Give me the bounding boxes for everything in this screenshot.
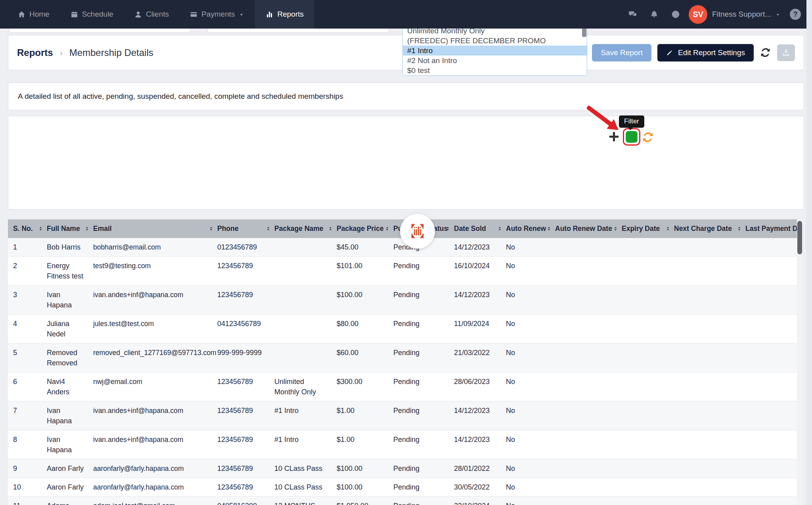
cell-phone: 123456789 (217, 430, 274, 459)
sort-icon[interactable] (736, 225, 742, 232)
column-header-label: Last Payment Date (745, 225, 797, 232)
column-header-date_sold[interactable]: Date Sold (454, 219, 506, 238)
avatar[interactable]: SV (689, 5, 707, 24)
cell-auto_renew: No (506, 430, 555, 459)
sort-icon[interactable] (497, 225, 503, 232)
sort-icon[interactable] (546, 225, 552, 232)
cell-date_sold: 21/03/2022 (454, 344, 506, 372)
column-header-next_charge_date[interactable]: Next Charge Date (674, 219, 745, 238)
column-header-auto_renew_date[interactable]: Auto Renew Date (555, 219, 622, 238)
table-row: 3Ivan Hapanaivan.andes+inf@hapana.com123… (8, 286, 797, 315)
nav-item-label: Payments (201, 10, 235, 19)
help-button[interactable]: ? (790, 9, 801, 20)
cell-name: Removed Removed (47, 344, 93, 372)
refresh-icon (642, 131, 655, 144)
table-scrollbar-thumb[interactable] (797, 221, 802, 254)
listbox-option[interactable]: #2 Not an Intro (403, 56, 587, 65)
nav-item-reports[interactable]: Reports (255, 0, 314, 29)
cell-sno: 7 (8, 401, 47, 430)
user-menu[interactable]: Fitness Support... (712, 10, 781, 19)
column-header-label: Package Price (337, 225, 384, 232)
nav-item-home[interactable]: Home (7, 0, 60, 29)
reset-filter-button[interactable] (642, 131, 655, 144)
sort-icon[interactable] (445, 225, 451, 232)
add-filter-button[interactable] (607, 130, 621, 144)
cell-price: $1.00 (337, 430, 393, 459)
table-row: 6Navi4 Andersnwj@email.com123456789Unlim… (8, 373, 797, 401)
cell-price: $60.00 (337, 344, 393, 372)
nav-item-schedule[interactable]: Schedule (60, 0, 124, 29)
cell-next_charge_date (674, 478, 745, 496)
refresh-report-button[interactable] (760, 47, 771, 58)
report-description-card: A detailed list of all active, pending, … (8, 83, 804, 110)
cell-phone: 999-999-9999 (217, 344, 274, 372)
memberships-table: S. No.Full NameEmailPhonePackage NamePac… (8, 219, 797, 505)
sort-icon[interactable] (84, 225, 90, 232)
sort-icon[interactable] (613, 225, 619, 232)
breadcrumb-reports[interactable]: Reports (17, 47, 53, 58)
cell-status: Pending (393, 257, 454, 285)
cell-price: $1.00 (337, 401, 393, 430)
column-header-name[interactable]: Full Name (47, 219, 93, 238)
bell-icon (649, 10, 659, 19)
cell-auto_renew: No (506, 286, 555, 314)
plus-icon (607, 130, 621, 143)
column-header-phone[interactable]: Phone (217, 219, 274, 238)
annotation-arrow-icon (587, 104, 620, 132)
cell-email: test9@testing.com (93, 257, 217, 285)
chat-button[interactable] (624, 6, 641, 23)
column-header-label: Date Sold (454, 225, 486, 232)
cell-date_sold: 28/01/2022 (454, 459, 506, 478)
sort-icon[interactable] (665, 225, 671, 232)
notifications-button[interactable] (646, 6, 663, 23)
sort-icon[interactable] (265, 225, 271, 232)
cell-last_payment_date (745, 373, 797, 401)
cell-phone: 123456789 (217, 401, 274, 430)
listbox-option[interactable]: (FREEDEC) FREE DECEMBER PROMO (403, 36, 587, 46)
loading-spinner (400, 214, 435, 249)
sort-icon[interactable] (327, 225, 333, 232)
save-report-button[interactable]: Save Report (592, 44, 651, 61)
cell-date_sold: 14/12/2023 (454, 238, 506, 256)
cell-name: Ivan Hapana (47, 401, 93, 430)
report-description: A detailed list of all active, pending, … (18, 92, 343, 101)
cell-date_sold: 14/12/2023 (454, 401, 506, 430)
cell-auto_renew: No (506, 401, 555, 430)
sort-icon[interactable] (38, 225, 44, 232)
nav-item-payments[interactable]: Payments (179, 0, 255, 29)
column-header-auto_renew[interactable]: Auto Renew (506, 219, 555, 238)
cell-next_charge_date (674, 344, 745, 372)
column-header-expiry_date[interactable]: Expiry Date (622, 219, 674, 238)
sort-icon[interactable] (208, 225, 214, 232)
cell-sno: 8 (8, 430, 47, 459)
cell-last_payment_date (745, 497, 797, 505)
column-header-price[interactable]: Package Price (337, 219, 393, 238)
cell-next_charge_date (674, 497, 745, 505)
card-icon (190, 10, 198, 19)
cell-package: #1 Intro (274, 430, 337, 459)
cell-auto_renew_date (555, 401, 622, 430)
cell-last_payment_date (745, 478, 797, 496)
cell-last_payment_date (745, 459, 797, 478)
cell-auto_renew_date (555, 238, 622, 256)
sort-icon[interactable] (384, 225, 390, 232)
table-row: 11Adamaadam.joel.test@gmail.com040581630… (8, 497, 797, 505)
cell-auto_renew_date (555, 286, 622, 314)
download-report-button[interactable] (777, 44, 795, 61)
column-header-label: Auto Renew (506, 225, 546, 232)
listbox-option[interactable]: $0 test (403, 65, 587, 75)
caret-down-icon (238, 11, 245, 18)
column-header-sno[interactable]: S. No. (8, 219, 47, 238)
nav-menu: HomeScheduleClientsPaymentsReports (0, 0, 314, 29)
edit-report-settings-button[interactable]: Edit Report Settings (657, 44, 754, 61)
cell-status: Pending (393, 478, 454, 496)
column-header-label: Email (93, 225, 112, 232)
history-button[interactable] (667, 6, 684, 23)
cell-sno: 5 (8, 344, 47, 372)
column-header-email[interactable]: Email (93, 219, 217, 238)
nav-item-clients[interactable]: Clients (124, 0, 179, 29)
cell-email: adam.joel.test@gmail.com (93, 497, 217, 505)
listbox-option[interactable]: #1 Intro (403, 46, 587, 56)
column-header-last_payment_date[interactable]: Last Payment Date (745, 219, 797, 238)
column-header-package[interactable]: Package Name (274, 219, 337, 238)
